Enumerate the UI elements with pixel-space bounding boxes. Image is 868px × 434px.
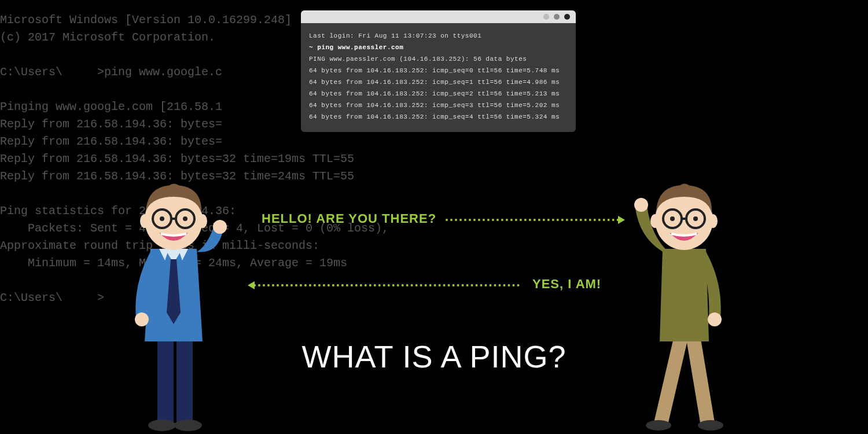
- svg-point-8: [198, 214, 207, 228]
- terminal-prompt-line: ~ ping www.paessler.com: [309, 42, 568, 53]
- svg-point-3: [174, 420, 202, 431]
- svg-point-17: [708, 312, 722, 326]
- mac-terminal-body: Last login: Fri Aug 11 13:07:23 on ttys0…: [301, 23, 576, 132]
- terminal-reply-line: 64 bytes from 104.16.183.252: icmp_seq=3…: [309, 100, 568, 111]
- terminal-login-line: Last login: Fri Aug 11 13:07:23 on ttys0…: [309, 30, 568, 42]
- svg-point-12: [160, 216, 164, 221]
- svg-point-20: [708, 214, 718, 228]
- terminal-reply-line: 64 bytes from 104.16.183.252: icmp_seq=4…: [309, 111, 568, 123]
- terminal-reply-line: 64 bytes from 104.16.183.252: icmp_seq=1…: [309, 76, 568, 88]
- svg-rect-0: [157, 336, 174, 422]
- svg-point-24: [670, 216, 675, 221]
- mac-terminal-window: Last login: Fri Aug 11 13:07:23 on ttys0…: [301, 10, 576, 132]
- speech-answer: YES, I AM!: [532, 277, 601, 292]
- svg-point-14: [646, 420, 671, 431]
- svg-point-16: [634, 198, 648, 212]
- svg-point-7: [140, 214, 149, 228]
- svg-rect-1: [176, 336, 193, 422]
- window-minimize-icon: [543, 14, 549, 20]
- response-arrow-icon: [253, 284, 520, 286]
- svg-point-5: [213, 220, 227, 234]
- svg-point-25: [693, 216, 698, 221]
- terminal-reply-line: 64 bytes from 104.16.183.252: icmp_seq=2…: [309, 88, 568, 100]
- terminal-reply-line: 64 bytes from 104.16.183.252: icmp_seq=0…: [309, 65, 568, 76]
- terminal-ping-header: PING www.paessler.com (104.16.183.252): …: [309, 53, 568, 65]
- window-close-icon: [564, 14, 570, 20]
- speech-question: HELLO! ARE YOU THERE?: [262, 211, 436, 226]
- svg-point-4: [135, 312, 149, 326]
- svg-point-19: [650, 214, 660, 228]
- svg-point-13: [183, 216, 187, 221]
- svg-point-2: [148, 420, 176, 431]
- server-person-icon: [625, 168, 741, 434]
- request-arrow-icon: [446, 219, 619, 221]
- mac-titlebar: [301, 10, 576, 23]
- window-maximize-icon: [554, 14, 560, 20]
- client-person-icon: [116, 168, 231, 434]
- svg-point-15: [698, 420, 723, 431]
